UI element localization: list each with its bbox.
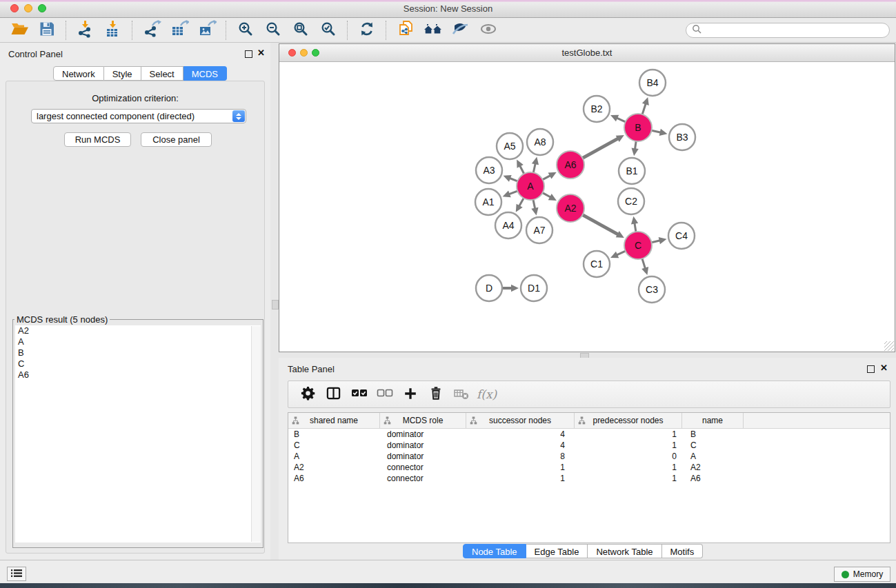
graph-edge-A-A4[interactable]: [519, 198, 524, 206]
refresh-button[interactable]: [353, 19, 381, 41]
column-header-successor-nodes[interactable]: successor nodes: [466, 413, 575, 428]
table-cell[interactable]: 4: [466, 429, 575, 439]
unselect-all-button[interactable]: [372, 383, 397, 405]
window-zoom-button[interactable]: [38, 4, 46, 12]
graph-edge-B-B1[interactable]: [635, 141, 636, 150]
table-cell[interactable]: B: [682, 429, 744, 439]
search-input[interactable]: [701, 25, 889, 36]
select-all-button[interactable]: [346, 383, 372, 405]
add-column-button[interactable]: [397, 383, 423, 405]
table-row[interactable]: A6connector11A6: [288, 473, 890, 484]
tab-style[interactable]: Style: [104, 66, 141, 81]
graph-edge-A-A8[interactable]: [533, 163, 535, 173]
import-network-button[interactable]: [72, 19, 99, 41]
graph-edge-A-A3[interactable]: [509, 178, 517, 181]
resize-grip-icon[interactable]: [884, 341, 894, 351]
import-table-button[interactable]: [99, 19, 127, 41]
table-cell[interactable]: dominator: [380, 452, 466, 461]
delete-table-button-disabled[interactable]: [448, 383, 474, 405]
table-cell[interactable]: 1: [575, 429, 682, 439]
network-zoom-button[interactable]: [312, 49, 319, 57]
table-cell[interactable]: A: [682, 452, 744, 461]
float-panel-icon[interactable]: [867, 365, 875, 373]
save-session-button[interactable]: [33, 19, 61, 41]
graph-edge-B-B3[interactable]: [652, 130, 661, 132]
graph-edge-A-A6[interactable]: [543, 175, 551, 179]
window-close-button[interactable]: [10, 4, 19, 12]
node-table[interactable]: shared nameMCDS rolesuccessor nodesprede…: [288, 412, 890, 543]
show-columns-button[interactable]: [321, 383, 346, 405]
graph-edge-B-B4[interactable]: [642, 103, 646, 114]
hide-graphics-details-button[interactable]: [447, 19, 475, 41]
tab-network[interactable]: Network: [53, 66, 104, 81]
column-header-predecessor-nodes[interactable]: predecessor nodes: [575, 413, 682, 428]
graph-edge-C-C2[interactable]: [635, 223, 636, 232]
graph-edge-C-C4[interactable]: [652, 241, 661, 243]
table-cell[interactable]: A: [288, 452, 380, 461]
zoom-in-button[interactable]: [232, 19, 259, 41]
result-item[interactable]: A6: [15, 369, 261, 381]
table-cell[interactable]: 1: [575, 440, 682, 450]
graph-edge-A-A2[interactable]: [543, 193, 551, 198]
table-cell[interactable]: A2: [288, 463, 380, 472]
criterion-select[interactable]: largest connected component (directed): [31, 109, 246, 123]
function-builder-button[interactable]: f(x): [477, 387, 497, 401]
column-header-shared-name[interactable]: shared name: [288, 413, 380, 428]
result-item[interactable]: C: [15, 358, 261, 369]
result-item[interactable]: A2: [15, 325, 261, 336]
float-panel-icon[interactable]: [245, 50, 252, 58]
tab-select[interactable]: Select: [141, 66, 183, 81]
task-history-button[interactable]: [7, 567, 26, 581]
table-cell[interactable]: A6: [682, 474, 744, 483]
graph-edge-B-B2[interactable]: [617, 118, 626, 122]
network-window-titlebar[interactable]: testGlobe.txt: [279, 44, 895, 62]
result-scrollbar[interactable]: [251, 326, 261, 542]
export-image-button[interactable]: [193, 19, 221, 41]
table-cell[interactable]: A6: [288, 474, 380, 483]
table-cell[interactable]: connector: [380, 463, 466, 472]
table-row[interactable]: Bdominator41B: [288, 429, 890, 440]
graph-edge-A2-C[interactable]: [583, 215, 619, 235]
export-table-button[interactable]: [166, 19, 193, 41]
table-cell[interactable]: 8: [466, 452, 575, 461]
table-options-button[interactable]: [295, 383, 321, 405]
network-canvas[interactable]: B4B2BB3A8A5A6A3B1AA1C2A2A4A7C4CC1C3DD1: [279, 62, 895, 352]
title-bar[interactable]: Session: New Session: [0, 0, 896, 18]
window-minimize-button[interactable]: [24, 4, 32, 12]
memory-button[interactable]: Memory: [834, 567, 890, 582]
table-row[interactable]: Adominator80A: [288, 451, 890, 462]
mcds-result-list[interactable]: A2ABCA6: [15, 325, 261, 543]
duplicate-network-button[interactable]: [392, 19, 419, 41]
tab-mcds[interactable]: MCDS: [183, 66, 227, 81]
table-cell[interactable]: 1: [575, 463, 682, 472]
result-item[interactable]: B: [15, 347, 261, 358]
zoom-fit-button[interactable]: [287, 19, 315, 41]
table-cell[interactable]: B: [288, 429, 380, 439]
zoom-selected-button[interactable]: [315, 19, 342, 41]
show-graphics-details-button[interactable]: [475, 19, 502, 41]
table-cell[interactable]: dominator: [380, 429, 466, 439]
table-cell[interactable]: dominator: [380, 440, 466, 450]
table-cell[interactable]: 0: [575, 452, 682, 461]
delete-columns-button[interactable]: [423, 383, 448, 405]
run-mcds-button[interactable]: Run MCDS: [64, 132, 131, 147]
column-header-mcds-role[interactable]: MCDS role: [380, 413, 466, 428]
table-row[interactable]: A2connector11A2: [288, 462, 890, 473]
vertical-splitter-grip[interactable]: [272, 300, 279, 310]
tab-edge-table[interactable]: Edge Table: [526, 544, 588, 558]
table-cell[interactable]: 4: [466, 440, 575, 450]
graph-edge-A-A5[interactable]: [519, 165, 524, 174]
zoom-out-button[interactable]: [259, 19, 287, 41]
graph-edge-C-C3[interactable]: [642, 258, 646, 269]
export-network-button[interactable]: [138, 19, 166, 41]
close-panel-icon[interactable]: ✕: [880, 363, 888, 372]
graph-edge-A-A7[interactable]: [533, 200, 535, 210]
column-header-name[interactable]: name: [682, 413, 744, 428]
tab-node-table[interactable]: Node Table: [463, 544, 526, 558]
network-close-button[interactable]: [288, 49, 296, 57]
table-cell[interactable]: connector: [380, 474, 466, 483]
table-cell[interactable]: C: [288, 440, 380, 450]
close-panel-icon[interactable]: ✕: [257, 48, 265, 57]
table-cell[interactable]: A2: [682, 463, 744, 472]
table-cell[interactable]: 1: [466, 474, 575, 483]
